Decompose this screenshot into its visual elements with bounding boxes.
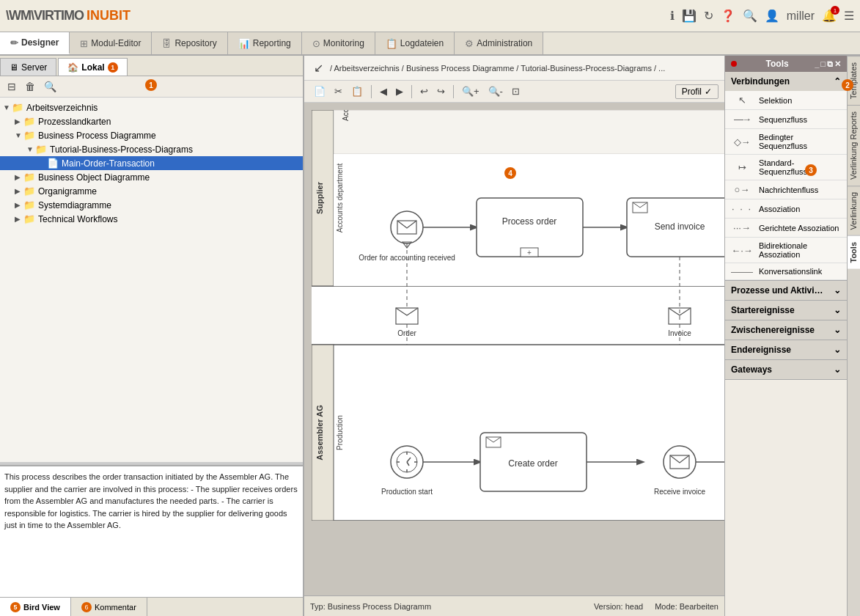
tab-monitoring[interactable]: ⊙ Monitoring	[302, 32, 375, 54]
canvas-wrapper[interactable]: Supplier Accounts department Accounts de…	[304, 103, 724, 595]
tools-header-dot	[731, 61, 737, 67]
server-icon: 🖥	[10, 62, 18, 73]
zwischenereignisse-header[interactable]: Zwischenereignisse ⌄	[725, 320, 847, 340]
search-icon[interactable]: 🔍	[743, 9, 757, 23]
tool-nachrichtenfluss[interactable]: ○→ Nachrichtenfluss	[725, 180, 847, 199]
expand-bpd[interactable]: ▼	[15, 131, 23, 139]
center-canvas-area: ↙ / Arbeitsverzeichnis / Business Proces…	[304, 56, 724, 616]
canvas-new-btn[interactable]: 📄	[310, 84, 329, 99]
profil-label: Profil	[682, 87, 702, 97]
status-version: Version: head	[594, 602, 643, 611]
tree-label-bpd: Business Process Diagramme	[38, 131, 156, 141]
birdview-num: 5	[10, 602, 21, 612]
tab-logdateien[interactable]: 📋 Logdateien	[375, 32, 455, 54]
tree-item-bo[interactable]: ▶ 📁 Business Object Diagramme	[0, 170, 303, 184]
tool-selektion[interactable]: ↖ Selektion	[725, 91, 847, 110]
tree-item-systemdiagramme[interactable]: ▶ 📁 Systemdiagramme	[0, 198, 303, 212]
tree-item-organigramme[interactable]: ▶ 📁 Organigramme	[0, 184, 303, 198]
startereignisse-header[interactable]: Startereignisse ⌄	[725, 301, 847, 320]
endereignisse-header[interactable]: Endereignisse ⌄	[725, 340, 847, 359]
subtab-server[interactable]: 🖥 Server	[0, 58, 56, 76]
notification-icon[interactable]: 🔔1	[822, 9, 837, 23]
tree-item-arbeitsverzeichnis[interactable]: ▼ 📁 Arbeitsverzeichnis	[0, 100, 303, 114]
expand-tw[interactable]: ▶	[15, 215, 23, 223]
tree-item-prozesslandkarten[interactable]: ▶ 📁 Prozesslandkarten	[0, 114, 303, 128]
folder-icon: 📁	[23, 116, 35, 127]
profil-selector[interactable]: Profil ✓	[675, 84, 718, 99]
tools-header-buttons: _ □ ⧉ ✕	[815, 59, 841, 69]
vtab-verlinkung[interactable]: Verlinkung	[848, 186, 860, 235]
tree-item-technical-workflows[interactable]: ▶ 📁 Technical Workflows	[0, 212, 303, 226]
canvas-zoom-in-btn[interactable]: 🔍+	[458, 84, 483, 99]
bottom-tab-kommentar[interactable]: 6 Kommentar	[71, 598, 147, 616]
gateways-header[interactable]: Gateways ⌄	[725, 360, 847, 379]
bidirektionale-icon: ←·→	[731, 245, 753, 256]
vtab-templates[interactable]: Templates	[848, 56, 860, 105]
vtab-verlinkung-reports[interactable]: Verlinkung Reports	[848, 105, 860, 186]
tree-collapse-btn[interactable]: ⊟	[4, 79, 19, 94]
user-icon[interactable]: 👤	[765, 9, 779, 23]
logo: \WM\VIRTIMO INUBIT	[6, 8, 131, 23]
bpmn-diagram[interactable]: Supplier Accounts department Accounts de…	[312, 110, 724, 521]
tree-item-bpd[interactable]: ▼ 📁 Business Process Diagramme	[0, 128, 303, 142]
tool-bidirektionale-assoziation[interactable]: ←·→ Bidirektionale Assoziation	[725, 238, 847, 263]
expand-bo[interactable]: ▶	[15, 173, 23, 181]
tool-sequenzfluss[interactable]: —→ Sequenzfluss	[725, 110, 847, 129]
tools-restore-btn[interactable]: ⧉	[827, 59, 833, 69]
tree-item-tutorial[interactable]: ▼ 📁 Tutorial-Business-Process-Diagrams	[0, 142, 303, 156]
tree-item-main-order[interactable]: 📄 Main-Order-Transaction	[0, 156, 303, 170]
refresh-icon[interactable]: ↻	[704, 9, 713, 23]
tool-assoziation[interactable]: · · · Assoziation	[725, 199, 847, 219]
left-panel: 🖥 Server 🏠 Lokal 1 ⊟ 🗑 🔍 ▼ 📁 Arbeitsverz…	[0, 56, 304, 616]
expand-org[interactable]: ▶	[15, 187, 23, 195]
tree-search-btn[interactable]: 🔍	[41, 79, 59, 94]
svg-text:+: +	[527, 249, 532, 257]
tab-designer[interactable]: ✏ Designer	[0, 32, 70, 54]
canvas-redo-btn[interactable]: ↪	[433, 84, 449, 99]
startereignisse-label: Startereignisse	[731, 305, 795, 315]
gateways-label: Gateways	[731, 364, 772, 375]
tool-bedingter-sequenzfluss[interactable]: ◇→ Bedingter Sequenzfluss	[725, 129, 847, 155]
tools-maximize-btn[interactable]: □	[820, 59, 826, 69]
canvas-next-btn[interactable]: ▶	[392, 84, 407, 99]
tree-label-main-order: Main-Order-Transaction	[62, 158, 155, 169]
expand-prozess[interactable]: ▶	[15, 117, 23, 125]
tab-administration[interactable]: ⚙ Administration	[455, 32, 543, 54]
prozesse-collapse-icon: ⌄	[834, 285, 841, 296]
canvas-undo-btn[interactable]: ↩	[416, 84, 432, 99]
canvas-copy-btn[interactable]: 📋	[348, 84, 367, 99]
tool-bedingter-label: Bedingter Sequenzfluss	[759, 133, 841, 150]
tab-reporting[interactable]: 📊 Reporting	[228, 32, 302, 54]
canvas-cut-btn[interactable]: ✂	[331, 84, 346, 99]
expand-arbeitsverzeichnis[interactable]: ▼	[3, 103, 12, 111]
tool-gerichtete-assoziation[interactable]: ···→ Gerichtete Assoziation	[725, 219, 847, 238]
vtab-tools[interactable]: Tools	[848, 235, 860, 269]
verbindungen-collapse-icon: ⌃	[834, 76, 841, 87]
canvas-zoom-out-btn[interactable]: 🔍-	[485, 84, 507, 99]
expand-sys[interactable]: ▶	[15, 201, 23, 209]
tab-modul-editor[interactable]: ⊞ Modul-Editor	[70, 32, 152, 54]
canvas-fit-btn[interactable]: ⊡	[508, 84, 523, 99]
bottom-tab-birdview[interactable]: 5 Bird View	[0, 598, 71, 616]
tool-konversationslink[interactable]: ——— Konversationslink	[725, 263, 847, 280]
verbindungen-header[interactable]: Verbindungen ⌃	[725, 72, 847, 91]
kommentar-num: 6	[81, 602, 92, 612]
prozesse-header[interactable]: Prozesse und Aktivi… ⌄	[725, 281, 847, 300]
expand-tutorial[interactable]: ▼	[26, 145, 35, 153]
tree-delete-btn[interactable]: 🗑	[22, 79, 38, 94]
tab-repository[interactable]: 🗄 Repository	[152, 32, 227, 54]
monitoring-tab-icon: ⊙	[312, 38, 320, 49]
tool-standard-sequenzfluss[interactable]: ↦ Standard-Sequenzfluss	[725, 155, 847, 180]
breadcrumb-back-btn[interactable]: ↙	[310, 59, 327, 77]
tools-close-btn[interactable]: ✕	[834, 59, 841, 69]
subtab-lokal[interactable]: 🏠 Lokal 1	[58, 58, 127, 76]
menu-icon[interactable]: ☰	[844, 9, 854, 23]
save-icon[interactable]: 💾	[682, 9, 697, 23]
tree-label-technical-workflows: Technical Workflows	[38, 214, 117, 224]
info-icon[interactable]: ℹ	[670, 9, 675, 23]
tools-minimize-btn[interactable]: _	[815, 59, 819, 69]
gerichtete-assoziation-icon: ···→	[731, 222, 753, 233]
tools-content: Tools _ □ ⧉ ✕ Verbindungen ⌃ ↖ Selektion	[725, 56, 847, 616]
help-icon[interactable]: ❓	[721, 9, 735, 23]
canvas-prev-btn[interactable]: ◀	[376, 84, 391, 99]
